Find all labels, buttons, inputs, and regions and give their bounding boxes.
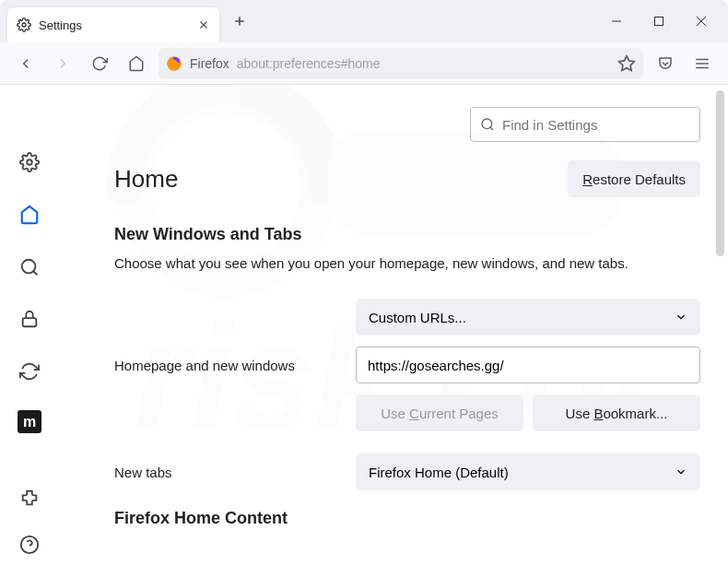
svg-point-23 [482,119,492,129]
new-tab-button[interactable] [227,8,252,34]
search-icon [480,117,495,132]
newtabs-select-value: Firefox Home (Default) [369,465,509,480]
svg-line-19 [33,271,37,275]
sidebar-home[interactable] [16,202,43,229]
use-current-pages-button[interactable]: Use Current Pages [356,394,523,431]
main-panel: Home RRestore Defaultsestore Defaults Ne… [59,85,728,577]
sidebar-mozilla[interactable]: m [18,410,41,433]
sidebar-search[interactable] [16,253,43,280]
homepage-input[interactable] [356,347,700,383]
svg-point-18 [22,259,36,273]
browser-tab[interactable]: Settings [7,7,219,42]
pocket-button[interactable] [651,49,680,78]
newtabs-select[interactable]: Firefox Home (Default) [356,453,700,490]
bookmark-icon[interactable] [617,54,636,73]
section-firefox-home-content: Firefox Home Content [114,509,700,528]
close-window-button[interactable] [680,3,722,40]
maximize-button[interactable] [638,3,680,40]
home-button[interactable] [122,49,151,78]
svg-rect-9 [655,18,663,26]
homepage-select-value: Custom URLs... [369,310,466,325]
chevron-down-icon [675,465,687,478]
restore-defaults-button[interactable]: RRestore Defaultsestore Defaults [568,160,700,197]
sidebar-extensions[interactable] [16,485,43,512]
forward-button [48,49,77,78]
sidebar-sync[interactable] [16,359,43,385]
section-heading: New Windows and Tabs [114,225,700,244]
minimize-button[interactable] [595,3,638,40]
svg-point-3 [22,23,26,27]
firefox-icon [166,55,182,72]
chevron-down-icon [675,311,687,324]
homepage-select[interactable]: Custom URLs... [356,299,700,336]
scrollbar[interactable] [716,90,724,256]
reload-button[interactable] [85,49,114,78]
url-label: Firefox [190,56,229,71]
use-bookmark-button[interactable]: Use Bookmark... [533,394,700,431]
svg-marker-13 [619,55,635,70]
window-controls [595,3,728,40]
search-input[interactable] [502,117,690,133]
tab-title: Settings [39,18,197,32]
svg-rect-20 [23,318,37,326]
section-desc: Choose what you see when you open your h… [114,253,700,273]
content-area: m Home RRestore Defaultsestore Defaults … [0,85,728,577]
search-box[interactable] [470,107,700,142]
page-title: Home [114,165,178,194]
section-new-windows-tabs: New Windows and Tabs Choose what you see… [114,225,700,490]
menu-button[interactable] [687,49,717,78]
titlebar: Settings [0,0,728,42]
svg-point-17 [27,160,32,166]
sidebar-general[interactable] [16,149,43,176]
newtabs-label: New tabs [114,465,356,480]
url-bar[interactable]: Firefox about:preferences#home [159,48,643,79]
sidebar-help[interactable] [16,531,43,559]
toolbar: Firefox about:preferences#home [0,42,728,85]
gear-icon [17,18,31,32]
sidebar: m [0,85,59,577]
sidebar-privacy[interactable] [16,306,43,333]
section2-heading: Firefox Home Content [114,509,700,528]
close-tab-icon[interactable] [197,18,210,31]
svg-line-24 [490,127,493,130]
url-text: about:preferences#home [237,56,610,71]
back-button[interactable] [11,49,41,78]
homepage-label: Homepage and new windows [114,358,356,373]
